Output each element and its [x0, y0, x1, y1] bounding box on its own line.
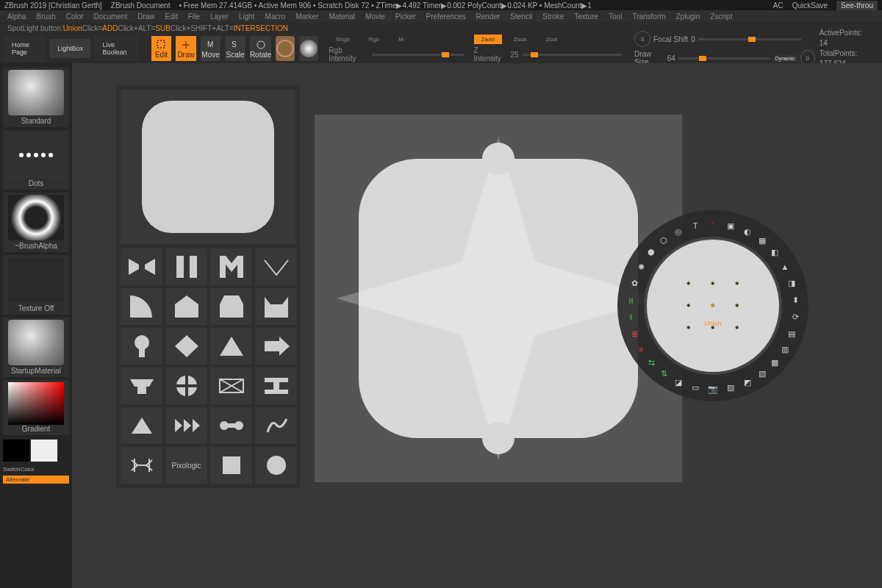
- shape-hex-top[interactable]: [210, 288, 252, 325]
- swatch-black[interactable]: [3, 440, 29, 462]
- quicksave-button[interactable]: QuickSave: [792, 1, 828, 10]
- menu-marker[interactable]: Marker: [295, 12, 318, 21]
- draw-mode-button[interactable]: Draw: [176, 36, 196, 61]
- wheel-icon-29[interactable]: ◎: [672, 225, 685, 238]
- color-picker[interactable]: [8, 382, 64, 425]
- wheel-icon-camera[interactable]: 📷: [706, 382, 720, 395]
- menu-document[interactable]: Document: [94, 12, 128, 21]
- alternate-button[interactable]: Alternate: [3, 476, 69, 484]
- menu-render[interactable]: Render: [476, 12, 501, 21]
- wheel-icon-6[interactable]: ▲: [778, 260, 792, 273]
- wheel-icon-18[interactable]: ◪: [672, 376, 685, 389]
- shape-quarter[interactable]: [121, 288, 162, 325]
- brush-standard-card[interactable]: Standard: [3, 68, 69, 127]
- menu-transform[interactable]: Transform: [632, 12, 665, 21]
- home-page-tab[interactable]: Home Page: [4, 35, 46, 62]
- knob-top[interactable]: [482, 143, 514, 175]
- shape-dumbbell[interactable]: [210, 407, 252, 444]
- shape-diamond[interactable]: [165, 328, 207, 365]
- z-intensity-slider[interactable]: [523, 54, 621, 56]
- wheel-icon-7[interactable]: ◨: [785, 276, 798, 290]
- menu-alpha[interactable]: Alpha: [7, 12, 26, 21]
- menu-layer[interactable]: Layer: [210, 12, 229, 21]
- zcut-button[interactable]: Zcut: [539, 35, 565, 44]
- wheel-icon-23[interactable]: ⫴: [624, 310, 637, 323]
- wheel-icon-21[interactable]: ≡: [634, 343, 648, 356]
- zsub-button[interactable]: Zsub: [506, 35, 534, 44]
- menu-movie[interactable]: Movie: [365, 12, 385, 21]
- menu-material[interactable]: Material: [329, 12, 356, 21]
- wheel-icon-10[interactable]: ▤: [785, 327, 798, 340]
- wheel-center[interactable]: Union: [704, 284, 722, 327]
- shape-pixologic[interactable]: Pixologic: [165, 447, 207, 484]
- wheel-icon-22[interactable]: ≣: [628, 327, 641, 340]
- lightbox-tab[interactable]: LightBox: [50, 39, 90, 58]
- shape-arrow-right[interactable]: [255, 328, 297, 365]
- wheel-icon-26[interactable]: ✺: [634, 260, 648, 273]
- menu-macro[interactable]: Macro: [265, 12, 286, 21]
- rotate-mode-button[interactable]: Rotate: [250, 36, 271, 61]
- shape-triangle[interactable]: [210, 328, 252, 365]
- dynamic-toggle[interactable]: Dynamic: [773, 55, 797, 62]
- edit-mode-button[interactable]: Edit: [151, 36, 172, 61]
- wheel-icon-13[interactable]: ▧: [756, 367, 769, 380]
- wheel-icon-12[interactable]: ▩: [768, 356, 781, 369]
- menu-zscript[interactable]: Zscript: [710, 12, 732, 21]
- spotlight-wheel[interactable]: ◦ ▣ ◐ ▦ ◧ ▲ ◨ ⬍ ⟳ ▤ ▥ ▩ ▧ ◩ ▨ 📷 ▭ ◪ ⇅ ⇆ …: [617, 210, 808, 401]
- shape-pentagon[interactable]: [165, 288, 207, 325]
- rgb-button[interactable]: Rgb: [362, 35, 387, 44]
- move-mode-button[interactable]: MMove: [201, 36, 221, 61]
- swatch-white[interactable]: [31, 440, 57, 462]
- color-picker-card[interactable]: Gradient: [3, 380, 69, 435]
- shape-circle[interactable]: [255, 447, 297, 484]
- shape-m[interactable]: [210, 248, 252, 285]
- menu-texture[interactable]: Texture: [574, 12, 598, 21]
- zadd-button[interactable]: Zadd: [474, 35, 502, 44]
- wheel-icon-5[interactable]: ◧: [768, 245, 781, 259]
- wheel-icon-9[interactable]: ⟳: [789, 310, 802, 323]
- wheel-icon-2[interactable]: ▣: [724, 219, 737, 232]
- sculptris-button[interactable]: [299, 36, 318, 61]
- m-button[interactable]: M: [391, 35, 411, 44]
- menu-color[interactable]: Color: [66, 12, 84, 21]
- wheel-icon-27[interactable]: ⬢: [645, 245, 658, 259]
- shape-bowtie[interactable]: [121, 248, 162, 285]
- wheel-icon-28[interactable]: ⬡: [657, 234, 670, 247]
- wheel-icon-24[interactable]: ⫼: [624, 293, 637, 306]
- shape-check[interactable]: [255, 248, 297, 285]
- wheel-icon-8[interactable]: ⬍: [789, 293, 802, 306]
- menu-light[interactable]: Light: [239, 12, 255, 21]
- material-card[interactable]: StartupMaterial: [3, 318, 69, 377]
- shape-circle-split[interactable]: [165, 368, 207, 404]
- wheel-icon-4[interactable]: ▦: [756, 234, 769, 247]
- brush-alpha-card[interactable]: ~BrushAlpha: [3, 193, 69, 252]
- wheel-icon-15[interactable]: ▨: [724, 381, 737, 394]
- shape-truss[interactable]: [210, 368, 252, 404]
- menu-stroke[interactable]: Stroke: [542, 12, 564, 21]
- texture-off-card[interactable]: Texture Off: [3, 255, 69, 315]
- shape-bulb[interactable]: [121, 328, 162, 365]
- live-boolean-tab[interactable]: Live Boolean: [95, 35, 139, 62]
- menu-edit[interactable]: Edit: [165, 12, 178, 21]
- shape-columns[interactable]: [165, 248, 207, 285]
- wheel-icon-25[interactable]: ✿: [628, 276, 641, 290]
- wheel-icon-20[interactable]: ⇆: [645, 356, 658, 369]
- mrgb-button[interactable]: Mrgb: [329, 35, 356, 44]
- shape-triangle2[interactable]: [121, 407, 162, 444]
- focal-shift-slider[interactable]: [698, 38, 801, 40]
- menu-preferences[interactable]: Preferences: [426, 12, 466, 21]
- shape-ibeam[interactable]: [255, 368, 297, 404]
- wheel-icon-30[interactable]: T: [689, 219, 702, 232]
- menu-brush[interactable]: Brush: [37, 12, 56, 21]
- wheel-icon-11[interactable]: ▥: [778, 343, 792, 356]
- stroke-dots-card[interactable]: Dots: [3, 130, 69, 190]
- wheel-icon-14[interactable]: ◩: [741, 376, 754, 389]
- menu-stencil[interactable]: Stencil: [510, 12, 532, 21]
- shape-square[interactable]: [210, 447, 252, 484]
- wheel-icon-3[interactable]: ◐: [741, 225, 754, 238]
- shape-zbrush-logo[interactable]: [255, 407, 297, 444]
- shape-cat[interactable]: [255, 288, 297, 325]
- rgb-intensity-slider[interactable]: [372, 54, 464, 56]
- shape-lattice[interactable]: [121, 447, 162, 484]
- canvas[interactable]: Pixologic ◦ ▣ ◐ ▦ ◧ ▲ ◨ ⬍ ⟳ ▤: [72, 63, 882, 588]
